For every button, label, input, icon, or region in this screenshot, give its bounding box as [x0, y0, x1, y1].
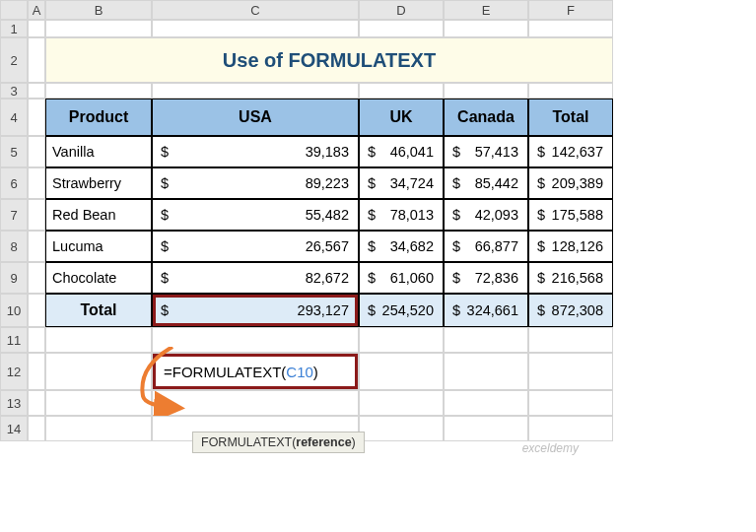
- total-total[interactable]: $872,308: [528, 294, 613, 327]
- th-product[interactable]: Product: [45, 99, 152, 136]
- total-canada[interactable]: $324,661: [444, 294, 528, 327]
- cell[interactable]: [444, 390, 528, 416]
- row-header-3[interactable]: 3: [0, 83, 28, 99]
- cell[interactable]: [45, 390, 152, 416]
- data-cell[interactable]: $216,568: [528, 262, 613, 294]
- cell[interactable]: [444, 20, 528, 37]
- row-header-8[interactable]: 8: [0, 231, 28, 262]
- col-header-e[interactable]: E: [444, 0, 528, 20]
- cell[interactable]: [28, 136, 45, 167]
- product-cell[interactable]: Strawberry: [45, 167, 152, 199]
- cell[interactable]: [444, 327, 528, 353]
- cell[interactable]: [28, 390, 45, 416]
- col-header-d[interactable]: D: [359, 0, 444, 20]
- cell[interactable]: [359, 416, 444, 441]
- cell[interactable]: [528, 83, 613, 99]
- cell[interactable]: [359, 353, 444, 390]
- cell[interactable]: [528, 20, 613, 37]
- total-uk[interactable]: $254,520: [359, 294, 444, 327]
- cell[interactable]: [444, 353, 528, 390]
- cell[interactable]: [45, 20, 152, 37]
- row-header-6[interactable]: 6: [0, 167, 28, 199]
- cell[interactable]: [28, 294, 45, 327]
- cell[interactable]: [28, 199, 45, 231]
- data-cell[interactable]: $61,060: [359, 262, 444, 294]
- product-cell[interactable]: Red Bean: [45, 199, 152, 231]
- row-header-4[interactable]: 4: [0, 99, 28, 136]
- cell[interactable]: [45, 353, 152, 390]
- cell[interactable]: [152, 83, 359, 99]
- cell[interactable]: [28, 231, 45, 262]
- data-cell[interactable]: $34,682: [359, 231, 444, 262]
- cell[interactable]: [28, 99, 45, 136]
- cell[interactable]: [152, 20, 359, 37]
- data-cell[interactable]: $175,588: [528, 199, 613, 231]
- total-label[interactable]: Total: [45, 294, 152, 327]
- th-total[interactable]: Total: [528, 99, 613, 136]
- data-cell[interactable]: $78,013: [359, 199, 444, 231]
- row-header-9[interactable]: 9: [0, 262, 28, 294]
- cell[interactable]: [45, 416, 152, 441]
- cell[interactable]: [28, 83, 45, 99]
- data-cell[interactable]: $66,877: [444, 231, 528, 262]
- cell[interactable]: [152, 390, 359, 416]
- data-cell[interactable]: $57,413: [444, 136, 528, 167]
- data-cell[interactable]: $26,567: [152, 231, 359, 262]
- col-header-c[interactable]: C: [152, 0, 359, 20]
- data-cell[interactable]: $209,389: [528, 167, 613, 199]
- cell[interactable]: [444, 83, 528, 99]
- data-cell[interactable]: $55,482: [152, 199, 359, 231]
- row-header-11[interactable]: 11: [0, 327, 28, 353]
- cell[interactable]: [28, 262, 45, 294]
- cell[interactable]: [28, 37, 45, 83]
- cell[interactable]: [444, 416, 528, 441]
- data-cell[interactable]: $85,442: [444, 167, 528, 199]
- data-cell[interactable]: $34,724: [359, 167, 444, 199]
- product-cell[interactable]: Chocolate: [45, 262, 152, 294]
- cell[interactable]: [359, 20, 444, 37]
- cell[interactable]: [28, 167, 45, 199]
- page-title[interactable]: Use of FORMULATEXT: [45, 37, 613, 83]
- cell[interactable]: [28, 353, 45, 390]
- data-cell[interactable]: $39,183: [152, 136, 359, 167]
- total-usa[interactable]: $293,127: [152, 294, 359, 327]
- data-cell[interactable]: $82,672: [152, 262, 359, 294]
- row-header-14[interactable]: 14: [0, 416, 28, 441]
- cell[interactable]: [28, 416, 45, 441]
- cell[interactable]: [359, 83, 444, 99]
- cell[interactable]: [45, 83, 152, 99]
- cell[interactable]: [528, 416, 613, 441]
- formula-input[interactable]: =FORMULATEXT(C10): [153, 354, 358, 389]
- cell[interactable]: [45, 327, 152, 353]
- th-usa[interactable]: USA: [152, 99, 359, 136]
- product-cell[interactable]: Vanilla: [45, 136, 152, 167]
- row-header-5[interactable]: 5: [0, 136, 28, 167]
- data-cell[interactable]: $128,126: [528, 231, 613, 262]
- cell[interactable]: [528, 390, 613, 416]
- row-header-10[interactable]: 10: [0, 294, 28, 327]
- cell[interactable]: [152, 327, 359, 353]
- formula-cell[interactable]: =FORMULATEXT(C10): [152, 353, 359, 390]
- cell[interactable]: [359, 327, 444, 353]
- data-cell[interactable]: $72,836: [444, 262, 528, 294]
- data-cell[interactable]: $142,637: [528, 136, 613, 167]
- col-header-b[interactable]: B: [45, 0, 152, 20]
- th-uk[interactable]: UK: [359, 99, 444, 136]
- data-cell[interactable]: $89,223: [152, 167, 359, 199]
- row-header-1[interactable]: 1: [0, 20, 28, 37]
- data-cell[interactable]: $46,041: [359, 136, 444, 167]
- row-header-12[interactable]: 12: [0, 353, 28, 390]
- row-header-7[interactable]: 7: [0, 199, 28, 231]
- row-header-13[interactable]: 13: [0, 390, 28, 416]
- row-header-2[interactable]: 2: [0, 37, 28, 83]
- th-canada[interactable]: Canada: [444, 99, 528, 136]
- cell[interactable]: [359, 390, 444, 416]
- cell[interactable]: [28, 20, 45, 37]
- cell[interactable]: [528, 353, 613, 390]
- cell[interactable]: [28, 327, 45, 353]
- cell[interactable]: [528, 327, 613, 353]
- product-cell[interactable]: Lucuma: [45, 231, 152, 262]
- col-header-f[interactable]: F: [528, 0, 613, 20]
- data-cell[interactable]: $42,093: [444, 199, 528, 231]
- col-header-a[interactable]: A: [28, 0, 45, 20]
